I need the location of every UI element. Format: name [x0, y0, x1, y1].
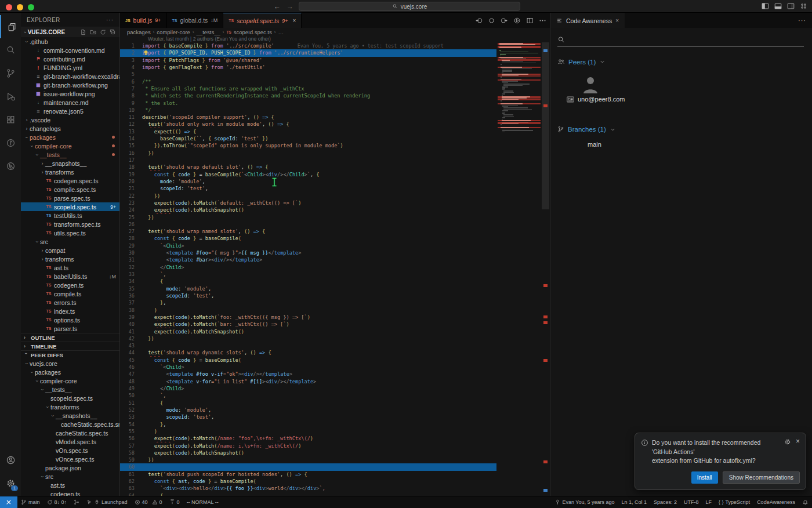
code-line[interactable]: 39 expect(code).toMatch(`foo: _withCtx((…	[120, 314, 496, 321]
more-actions-icon[interactable]	[539, 17, 546, 24]
status-launchpad[interactable]: Launchpad	[83, 499, 131, 505]
peer-diff-item-vuejs.core[interactable]: ›vuejs.core	[21, 359, 119, 368]
explorer-more-actions-icon[interactable]: ···	[106, 17, 114, 23]
peer-diff-item-packages[interactable]: ›packages	[21, 368, 119, 376]
tree-item-utils.spec.ts[interactable]: TSutils.spec.ts	[21, 228, 119, 237]
code-line[interactable]: 37 },	[120, 299, 496, 306]
code-line[interactable]: 23 expect(code).toMatch(`default: _withC…	[120, 199, 496, 206]
tree-item-__tests__[interactable]: ›__tests__	[21, 150, 119, 159]
activity-codeawareness-tools[interactable]	[0, 154, 21, 177]
tree-item-packages[interactable]: ›packages	[21, 133, 119, 141]
code-awareness-tab[interactable]: Code Awareness ×	[550, 13, 625, 28]
activity-run-debug[interactable]	[0, 85, 21, 108]
tree-item-maintenance.md[interactable]: ↓maintenance.md	[21, 98, 119, 107]
tree-item-codegen.spec.ts[interactable]: TScodegen.spec.ts	[21, 176, 119, 185]
code-line[interactable]: 44 test('should wrap dynamic slots', () …	[120, 349, 496, 356]
code-line[interactable]: 10 */	[120, 107, 496, 114]
breadcrumb-item[interactable]: __tests__	[197, 29, 220, 35]
tree-item-transform.spec.ts[interactable]: TStransform.spec.ts	[21, 220, 119, 228]
tree-item-__snapshots__[interactable]: ›__snapshots__	[21, 159, 119, 168]
code-line[interactable]: 40 expect(code).toMatch(`bar: _withCtx((…	[120, 321, 496, 328]
code-line[interactable]: 35 mode: 'module',	[120, 285, 496, 292]
code-line[interactable]: 38 )	[120, 307, 496, 314]
editor-tab-global.d.ts[interactable]: TS global.d.ts ↓M	[167, 13, 224, 28]
code-line[interactable]: 49 </Child>	[120, 385, 496, 392]
editor-tab-build.js[interactable]: JS build.js 9+	[120, 13, 167, 28]
status-branch[interactable]: main	[17, 499, 44, 505]
tree-item-parser.ts[interactable]: TSparser.ts	[21, 324, 119, 333]
editor-tab-scopeId.spec.ts[interactable]: TS scopeId.spec.ts 9+ ×	[223, 13, 302, 28]
code-line[interactable]: 51 {	[120, 400, 496, 407]
code-line[interactable]: 34 {	[120, 278, 496, 285]
status-sync[interactable]: 8↓ 0↑	[44, 499, 71, 505]
code-line[interactable]: 16 })	[120, 150, 496, 157]
peer-avatar[interactable]	[581, 75, 804, 95]
activity-explorer[interactable]	[0, 15, 21, 38]
tree-item-parse.spec.ts[interactable]: TSparse.spec.ts	[21, 194, 119, 202]
status-peer[interactable]	[70, 499, 83, 505]
tree-item-issue-workflow.png[interactable]: ▦issue-workflow.png	[21, 89, 119, 98]
code-line[interactable]: 59 })	[120, 456, 496, 463]
code-line[interactable]: 20 mode: 'module',	[120, 178, 496, 185]
tree-item-changelogs[interactable]: ›changelogs	[21, 124, 119, 133]
code-line[interactable]: 31 <template #bar><div/></template>	[120, 256, 496, 263]
minimap[interactable]	[498, 43, 541, 496]
split-editor-icon[interactable]	[526, 17, 534, 24]
peer-diff-item-codegen.ts[interactable]: codegen.ts	[21, 489, 119, 496]
code-line[interactable]: 33 `,	[120, 271, 496, 278]
code-line[interactable]: 25 })	[120, 214, 496, 221]
code-line[interactable]: 6/**	[120, 78, 496, 85]
code-line[interactable]: 11describe('scopeId compiler support', (…	[120, 114, 496, 121]
tree-item-commit-convention.md[interactable]: ↓commit-convention.md	[21, 46, 119, 55]
activity-source-control[interactable]	[0, 61, 21, 85]
code-line[interactable]: 52 mode: 'module',	[120, 407, 496, 413]
peer-diff-item-cacheStatic.spec.ts[interactable]: cacheStatic.spec.ts	[21, 429, 119, 437]
code-line[interactable]: 1import { baseCompile } from '../src/com…	[120, 42, 496, 49]
code-line[interactable]: 2import { POP_SCOPE_ID, PUSH_SCOPE_ID } …	[120, 49, 496, 56]
code-line[interactable]: 22 })	[120, 193, 496, 199]
code-line[interactable]: 5	[120, 71, 496, 78]
peer-diff-item-package.json[interactable]: package.json	[21, 463, 119, 472]
history-forward-icon[interactable]: →	[287, 2, 293, 11]
lightbulb-icon[interactable]	[143, 50, 148, 56]
tree-item-.vscode[interactable]: ›.vscode	[21, 115, 119, 124]
section-timeline[interactable]: ›TIMELINE	[21, 342, 119, 350]
status-vim-mode[interactable]: -- NORMAL --	[183, 499, 222, 505]
notification-settings-gear-icon[interactable]	[784, 438, 791, 445]
code-line[interactable]: 14 baseCompile(``, { scopeId: 'test' })	[120, 135, 496, 142]
peer-diff-item-__snapshots__[interactable]: ›__snapshots__	[21, 411, 119, 420]
section-outline[interactable]: ›OUTLINE	[21, 333, 119, 342]
tree-item-compile.spec.ts[interactable]: TScompile.spec.ts	[21, 185, 119, 194]
code-line[interactable]: 63 `<div><div>hello</div>{{ foo }}<div>w…	[120, 485, 496, 492]
tree-item-codegen.ts[interactable]: TScodegen.ts	[21, 281, 119, 289]
peer-identity-row[interactable]: uno@peer8.com	[567, 96, 804, 103]
status-ports[interactable]: 0	[166, 499, 183, 505]
close-window-button[interactable]	[6, 4, 12, 10]
code-line[interactable]: 29 `<Child>	[120, 242, 496, 249]
code-line[interactable]: 27 test('should wrap named slots', () =>…	[120, 228, 496, 235]
tree-item-errors.ts[interactable]: TSerrors.ts	[21, 298, 119, 307]
status-encoding[interactable]: UTF-8	[680, 499, 702, 505]
code-line[interactable]: 54 },	[120, 421, 496, 428]
peer-diff-item-vOnce.spec.ts[interactable]: vOnce.spec.ts	[21, 455, 119, 463]
status-blame[interactable]: Evan You, 5 years ago	[552, 499, 618, 505]
refresh-icon[interactable]	[100, 29, 106, 35]
peer-diff-item-vModel.spec.ts[interactable]: vModel.spec.ts	[21, 437, 119, 446]
tree-item-options.ts[interactable]: TSoptions.ts	[21, 315, 119, 324]
remote-indicator[interactable]	[0, 496, 17, 508]
workspace-root-row[interactable]: › VUEJS.CORE	[21, 27, 119, 37]
status-eol[interactable]: LF	[702, 499, 716, 505]
code-line[interactable]: 42 })	[120, 335, 496, 342]
tree-item-FUNDING.yml[interactable]: !FUNDING.yml	[21, 63, 119, 72]
code-line[interactable]: 19 const { code } = baseCompile(`<Child>…	[120, 171, 496, 178]
editor-scrollbar[interactable]	[541, 42, 550, 496]
code-line[interactable]: 53 scopeId: 'test',	[120, 413, 496, 420]
peer-diff-item-cacheStatic.spec.ts.snap[interactable]: cacheStatic.spec.ts.snap	[21, 420, 119, 429]
peer-diff-item-compiler-core[interactable]: ›compiler-core	[21, 376, 119, 385]
breadcrumb-item[interactable]: packages	[127, 29, 151, 35]
customize-layout-icon[interactable]	[800, 2, 807, 10]
install-button[interactable]: Install	[691, 471, 718, 484]
breadcrumb[interactable]: packages›compiler-core›__tests__›TSscope…	[120, 28, 550, 36]
peer-diff-item-transforms[interactable]: ›transforms	[21, 402, 119, 411]
collapse-folders-icon[interactable]	[110, 29, 116, 35]
